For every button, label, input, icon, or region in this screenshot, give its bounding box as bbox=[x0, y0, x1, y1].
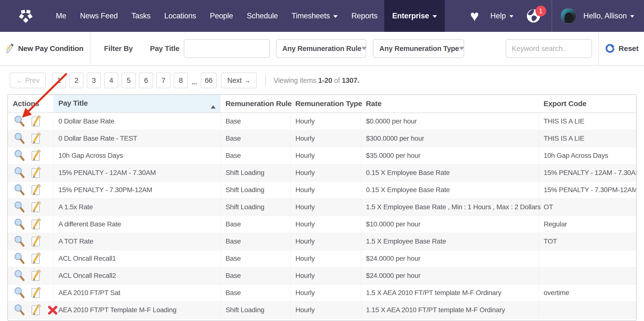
view-icon[interactable] bbox=[14, 270, 25, 282]
page-ellipsis: ... bbox=[192, 78, 197, 86]
column-header-remuneration-rule[interactable]: Remuneration Rule bbox=[220, 95, 290, 113]
rate-cell: 0.15 X Employee Base Rate bbox=[361, 181, 539, 198]
remuneration-type-cell: Hourly bbox=[290, 250, 361, 267]
view-icon[interactable] bbox=[14, 236, 25, 247]
pay-title-cell: A 1.5x Rate bbox=[54, 198, 220, 216]
page-button-7[interactable]: 7 bbox=[156, 72, 170, 88]
table-row: 15% PENALTY - 12AM - 7.30AM Shift Loadin… bbox=[8, 164, 636, 181]
nav-item-locations[interactable]: Locations bbox=[157, 0, 203, 32]
page-button-66[interactable]: 66 bbox=[201, 72, 217, 88]
pay-title-cell: 15% PENALTY - 12AM - 7.30AM bbox=[54, 164, 220, 181]
pay-title-cell: AEA 2010 FT/PT Template M-F Loading bbox=[54, 302, 220, 318]
view-icon[interactable] bbox=[14, 167, 25, 179]
view-icon[interactable] bbox=[14, 201, 25, 213]
view-icon[interactable] bbox=[14, 132, 25, 144]
pay-title-cell: ACL Oncall Recall2 bbox=[54, 267, 220, 284]
export-code-cell: 10h Gap Across Days bbox=[539, 147, 636, 164]
export-code-cell: THIS IS A LIE bbox=[539, 130, 636, 147]
view-icon[interactable] bbox=[14, 287, 25, 299]
pay-title-filter-input[interactable] bbox=[184, 39, 270, 58]
table-row: A TOT Rate Base Hourly 1.5 X Employee Ba… bbox=[8, 233, 636, 250]
rate-cell: 1.5 X Employee Base Rate , Min : 1 Hours… bbox=[361, 198, 539, 216]
edit-icon[interactable] bbox=[30, 150, 42, 162]
edit-icon[interactable] bbox=[30, 287, 42, 299]
edit-icon[interactable] bbox=[30, 201, 42, 213]
rate-cell: $300.0000 per hour bbox=[361, 130, 539, 147]
pay-title-cell: 0 Dollar Base Rate - TEST bbox=[54, 130, 220, 147]
delete-icon[interactable] bbox=[47, 304, 58, 316]
page-button-1[interactable]: 1 bbox=[52, 72, 66, 88]
pay-title-cell: 0 Dollar Base Rate bbox=[54, 113, 220, 130]
page-button-6[interactable]: 6 bbox=[139, 72, 153, 88]
edit-icon[interactable] bbox=[30, 270, 42, 282]
edit-icon[interactable] bbox=[30, 116, 42, 127]
page-button-8[interactable]: 8 bbox=[174, 72, 188, 88]
nav-item-news-feed[interactable]: News Feed bbox=[73, 0, 124, 32]
nav-item-tasks[interactable]: Tasks bbox=[125, 0, 158, 32]
edit-icon[interactable] bbox=[30, 167, 42, 179]
view-icon[interactable] bbox=[14, 253, 25, 264]
view-icon[interactable] bbox=[14, 150, 25, 162]
page-button-4[interactable]: 4 bbox=[104, 72, 118, 88]
deputy-logo-icon[interactable] bbox=[18, 6, 33, 26]
nav-item-timesheets[interactable]: Timesheets bbox=[285, 0, 344, 32]
edit-icon[interactable] bbox=[30, 304, 42, 316]
view-icon[interactable] bbox=[14, 116, 25, 127]
rate-cell: 1.15 X AEA 2010 FT/PT template M-F Ordin… bbox=[361, 302, 539, 318]
remuneration-type-cell: Hourly bbox=[290, 113, 361, 130]
export-code-cell: overtime bbox=[539, 284, 636, 302]
keyword-search-input[interactable] bbox=[506, 39, 592, 58]
remuneration-rule-cell: Shift Loading bbox=[220, 164, 290, 181]
nav-item-me[interactable]: Me bbox=[49, 0, 73, 32]
export-code-cell bbox=[539, 302, 636, 318]
table-row: 0 Dollar Base Rate Base Hourly $0.0000 p… bbox=[8, 113, 636, 130]
notifications-button[interactable]: 1 bbox=[526, 8, 541, 23]
table-header-row: Actions Pay Title Remuneration Rule Remu… bbox=[8, 95, 636, 113]
page-button-5[interactable]: 5 bbox=[122, 72, 136, 88]
column-header-remuneration-type[interactable]: Remuneration Type bbox=[290, 95, 361, 113]
remuneration-rule-cell: Base bbox=[220, 284, 290, 302]
view-icon[interactable] bbox=[14, 184, 25, 196]
remuneration-rule-dropdown[interactable]: Any Remuneration Rule bbox=[276, 39, 366, 58]
nav-item-reports[interactable]: Reports bbox=[344, 0, 384, 32]
help-menu[interactable]: Help bbox=[490, 12, 514, 20]
rate-cell: $24.0000 per hour bbox=[361, 250, 539, 267]
table-row: ACL Oncall Recall1 Base Hourly $24.0000 … bbox=[8, 250, 636, 267]
pay-conditions-table: Actions Pay Title Remuneration Rule Remu… bbox=[7, 94, 637, 321]
nav-divider bbox=[552, 0, 552, 32]
pagination-separator bbox=[266, 75, 266, 86]
user-avatar[interactable] bbox=[561, 8, 576, 24]
column-header-rate[interactable]: Rate bbox=[361, 95, 539, 113]
reset-button[interactable]: Reset bbox=[605, 43, 638, 54]
edit-icon[interactable] bbox=[30, 253, 42, 264]
rate-cell: $35.0000 per hour bbox=[361, 147, 539, 164]
nav-item-enterprise[interactable]: Enterprise bbox=[384, 0, 444, 32]
table-row: A different Base Rate Base Hourly $10.00… bbox=[8, 216, 636, 233]
prev-page-button[interactable]: ← Prev bbox=[10, 72, 46, 88]
page-button-3[interactable]: 3 bbox=[87, 72, 101, 88]
column-header-export-code[interactable]: Export Code bbox=[539, 95, 636, 113]
nav-item-schedule[interactable]: Schedule bbox=[240, 0, 285, 32]
pagination: ← Prev 1 2 3 4 5 6 7 8 ... 66 Next → Vie… bbox=[10, 72, 359, 88]
edit-icon[interactable] bbox=[30, 218, 42, 230]
next-page-button[interactable]: Next → bbox=[221, 72, 257, 88]
heart-icon[interactable]: ♥ bbox=[470, 8, 479, 23]
page-button-2[interactable]: 2 bbox=[69, 72, 84, 88]
remuneration-type-dropdown[interactable]: Any Remuneration Type bbox=[373, 39, 464, 58]
edit-icon[interactable] bbox=[30, 132, 42, 144]
view-icon[interactable] bbox=[14, 304, 25, 316]
new-pay-condition-button[interactable]: New Pay Condition bbox=[6, 43, 84, 54]
remuneration-type-cell: Hourly bbox=[290, 130, 361, 147]
view-icon[interactable] bbox=[14, 218, 25, 230]
nav-item-people[interactable]: People bbox=[203, 0, 240, 32]
rate-cell: $10.0000 per hour bbox=[361, 216, 539, 233]
column-header-pay-title[interactable]: Pay Title bbox=[54, 95, 220, 113]
actions-cell bbox=[8, 113, 54, 130]
filter-bar: New Pay Condition Filter By Pay Title An… bbox=[0, 32, 644, 66]
edit-icon[interactable] bbox=[30, 236, 42, 247]
user-menu[interactable]: Hello, Allison bbox=[584, 12, 634, 20]
remuneration-rule-cell: Shift Loading bbox=[220, 181, 290, 198]
export-code-cell: 15% PENALTY - 7.30PM-12AM bbox=[539, 181, 636, 198]
edit-icon[interactable] bbox=[30, 184, 42, 196]
remuneration-type-cell: Hourly bbox=[290, 284, 361, 302]
